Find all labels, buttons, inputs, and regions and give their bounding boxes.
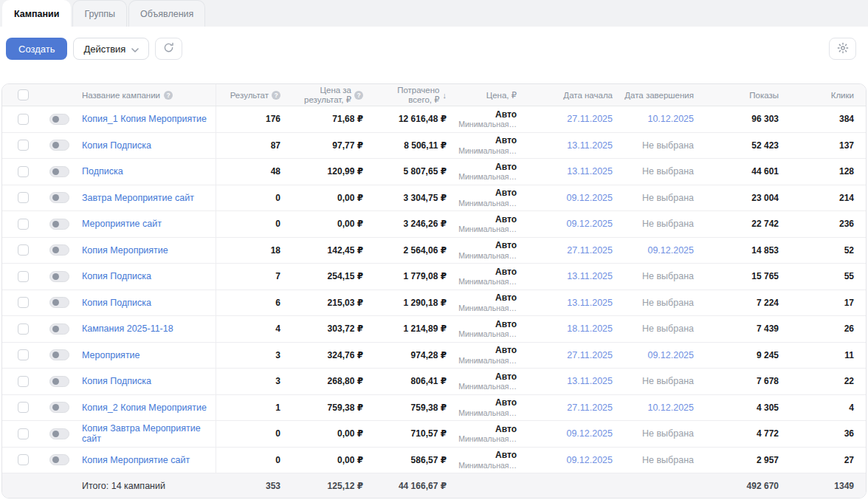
campaign-toggle[interactable] (49, 271, 69, 282)
end-date[interactable]: 09.12.2025 (647, 245, 694, 256)
totals-cost-per-result: 125,12 ₽ (286, 481, 369, 491)
campaign-name-link[interactable]: Копия Подписка (82, 271, 151, 281)
tab-campaigns[interactable]: Кампании (2, 0, 71, 27)
price-mode: Авто (458, 135, 517, 145)
start-date-link[interactable]: 13.11.2025 (567, 271, 613, 281)
row-checkbox[interactable] (18, 192, 29, 203)
help-icon[interactable] (272, 91, 280, 100)
start-date-link[interactable]: 13.11.2025 (567, 140, 613, 151)
campaign-name-link[interactable]: Кампания 2025-11-18 (82, 323, 173, 334)
actions-button[interactable]: Действия (73, 38, 149, 60)
impressions-value: 2 957 (700, 455, 785, 465)
campaign-toggle[interactable] (49, 428, 69, 439)
header-price[interactable]: Цена, ₽ (452, 90, 523, 100)
campaign-name-link[interactable]: Мероприятие сайт (82, 219, 162, 229)
totals-label: Итого: 14 кампаний (82, 481, 165, 491)
header-end-date[interactable]: Дата завершения (619, 91, 700, 100)
start-date-link[interactable]: 27.11.2025 (567, 245, 613, 256)
row-checkbox[interactable] (18, 271, 29, 282)
clicks-value: 214 (785, 193, 866, 203)
end-date[interactable]: 10.12.2025 (647, 403, 694, 413)
row-checkbox[interactable] (18, 428, 29, 439)
row-checkbox[interactable] (18, 323, 29, 335)
start-date-link[interactable]: 09.12.2025 (566, 428, 613, 439)
start-date-link[interactable]: 27.11.2025 (567, 114, 613, 124)
campaign-toggle[interactable] (49, 297, 69, 308)
end-date[interactable]: 10.12.2025 (647, 114, 694, 124)
row-checkbox[interactable] (18, 166, 29, 177)
price-strategy: Минимальная… (458, 434, 517, 444)
price-strategy: Минимальная… (458, 146, 517, 156)
campaign-name-link[interactable]: Подписка (82, 166, 123, 177)
price-strategy: Минимальная… (458, 251, 517, 261)
create-button[interactable]: Создать (6, 38, 67, 60)
campaign-toggle[interactable] (49, 140, 69, 151)
campaign-name-link[interactable]: Копия Подписка (82, 140, 151, 151)
row-checkbox[interactable] (18, 402, 29, 413)
start-date-link[interactable]: 27.11.2025 (567, 350, 613, 360)
start-date-link[interactable]: 13.11.2025 (567, 166, 613, 177)
price-mode: Авто (458, 319, 517, 329)
campaign-toggle[interactable] (49, 376, 69, 387)
end-date: Не выбрана (642, 193, 694, 203)
row-checkbox[interactable] (18, 219, 29, 230)
campaign-toggle[interactable] (49, 323, 69, 335)
campaign-toggle[interactable] (49, 114, 69, 125)
help-icon[interactable] (164, 91, 173, 100)
settings-button[interactable] (829, 38, 856, 60)
row-checkbox[interactable] (18, 297, 29, 308)
campaign-name-link[interactable]: Копия Подписка (82, 376, 151, 386)
cost-per-result-value: 142,45 ₽ (286, 245, 369, 256)
campaign-name-link[interactable]: Завтра Мероприятие сайт (82, 193, 194, 203)
start-date-link[interactable]: 27.11.2025 (567, 403, 613, 413)
row-checkbox[interactable] (18, 376, 29, 387)
campaign-toggle[interactable] (49, 454, 69, 465)
campaign-name-link[interactable]: Мероприятие (82, 350, 140, 360)
row-checkbox[interactable] (18, 140, 29, 151)
header-cost-per-result[interactable]: Цена за результат, ₽ (286, 86, 369, 105)
price-mode: Авто (458, 267, 517, 277)
header-spent[interactable]: Потрачено всего, ₽↓ (369, 86, 452, 105)
clicks-value: 36 (785, 428, 866, 439)
start-date-link[interactable]: 13.11.2025 (567, 376, 613, 386)
row-checkbox[interactable] (18, 349, 29, 360)
start-date-link[interactable]: 13.11.2025 (567, 298, 613, 308)
header-start-date[interactable]: Дата начала (523, 91, 619, 100)
row-checkbox[interactable] (18, 114, 29, 125)
totals-impressions: 492 670 (700, 481, 785, 491)
header-clicks[interactable]: Клики (785, 91, 866, 100)
campaign-name-link[interactable]: Копия Мероприятие сайт (82, 455, 190, 465)
tab-groups[interactable]: Группы (72, 0, 127, 27)
row-checkbox[interactable] (18, 244, 29, 256)
refresh-button[interactable] (155, 38, 182, 60)
help-icon[interactable] (354, 91, 363, 100)
start-date-link[interactable]: 09.12.2025 (566, 193, 613, 203)
end-date: Не выбрана (642, 166, 694, 177)
campaign-toggle[interactable] (49, 219, 69, 230)
campaign-toggle[interactable] (49, 349, 69, 360)
select-all-checkbox[interactable] (18, 89, 29, 100)
header-impressions[interactable]: Показы (700, 91, 785, 100)
campaign-name-link[interactable]: Копия Завтра Мероприятие сайт (82, 423, 210, 444)
campaign-name-link[interactable]: Копия Подписка (82, 298, 151, 308)
campaign-toggle[interactable] (49, 192, 69, 203)
start-date-link[interactable]: 09.12.2025 (566, 455, 613, 465)
price-mode: Авто (458, 450, 517, 460)
header-result[interactable]: Результат (216, 91, 286, 100)
header-campaign-name[interactable]: Название кампании (76, 84, 216, 106)
campaign-toggle[interactable] (49, 402, 69, 413)
row-checkbox[interactable] (18, 454, 29, 465)
campaign-toggle[interactable] (49, 166, 69, 177)
campaign-toggle[interactable] (49, 244, 69, 256)
campaign-name-link[interactable]: Копия Мероприятие (82, 245, 168, 256)
tab-ads-label: Объявления (140, 9, 193, 19)
impressions-value: 96 303 (700, 114, 785, 124)
start-date-link[interactable]: 09.12.2025 (566, 219, 613, 229)
end-date[interactable]: 09.12.2025 (647, 350, 694, 360)
tab-ads[interactable]: Объявления (128, 0, 205, 27)
spent-value: 1 214,89 ₽ (369, 323, 452, 334)
cost-per-result-value: 71,68 ₽ (286, 114, 369, 124)
campaign-name-link[interactable]: Копия_2 Копия Мероприятие (82, 403, 207, 413)
campaign-name-link[interactable]: Копия_1 Копия Мероприятие (82, 114, 207, 124)
start-date-link[interactable]: 18.11.2025 (567, 323, 613, 334)
